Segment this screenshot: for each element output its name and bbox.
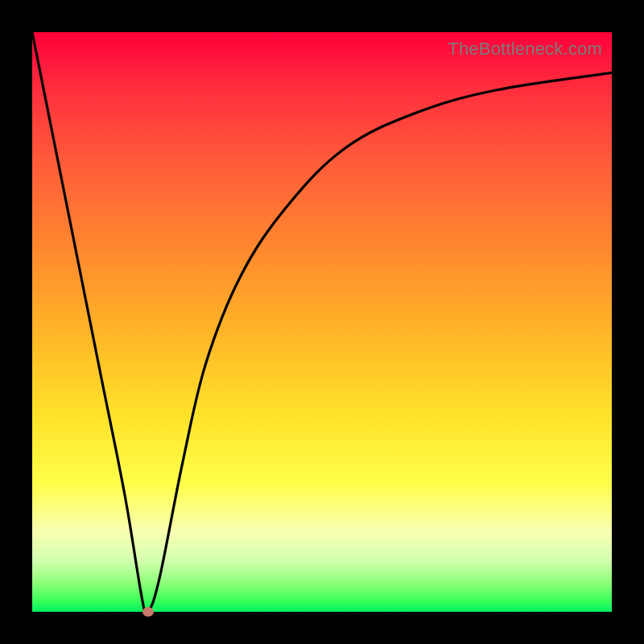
optimal-point-marker — [142, 607, 154, 617]
bottleneck-curve — [32, 32, 612, 612]
chart-frame: TheBottleneck.com — [0, 0, 644, 644]
plot-area: TheBottleneck.com — [32, 32, 612, 612]
